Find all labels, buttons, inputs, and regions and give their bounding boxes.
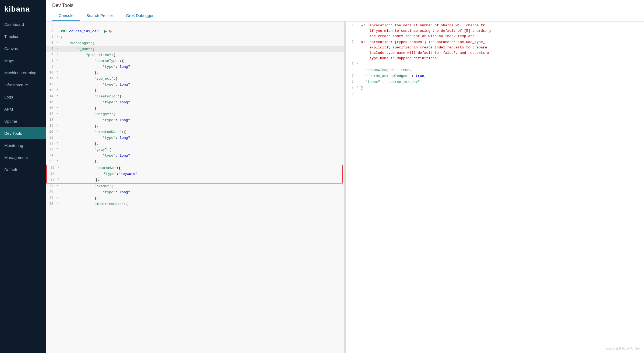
code-content: }, [60, 196, 344, 201]
code-content: PUT course_idx_dev▶⚙ [60, 29, 344, 34]
left-code-line-19: 19▾ }, [46, 123, 344, 129]
topbar: Dev Tools ConsoleSearch ProfilerGrok Deb… [46, 0, 644, 22]
fold-arrow-icon[interactable]: ▾ [56, 88, 60, 91]
fold-arrow-icon[interactable]: ▾ [56, 52, 60, 56]
line-number: 8 [46, 58, 56, 63]
code-content: }, [60, 159, 344, 164]
run-button[interactable]: ▶ [104, 29, 107, 34]
settings-button[interactable]: ⚙ [109, 29, 112, 34]
fold-arrow-icon[interactable]: ▾ [58, 177, 61, 181]
fold-arrow-icon[interactable]: ▾ [56, 41, 60, 44]
line-number: 10 [46, 70, 56, 75]
right-code-block: 1 #! Deprecation: the default number of … [346, 22, 644, 97]
fold-arrow-icon[interactable]: ▾ [357, 62, 360, 67]
code-content: "type":"keyword" [61, 171, 342, 177]
code-content: "index" : "course_idx_dev" [360, 79, 644, 85]
right-code-line-7: 7▾} [346, 85, 644, 91]
code-content: "shards_acknowledged" : true, [360, 73, 644, 79]
code-content: "modifiedDate":{ [60, 202, 344, 207]
sidebar-item-default[interactable]: Default [0, 164, 46, 176]
left-code-line-3: 3 PUT course_idx_dev▶⚙ [46, 29, 344, 34]
line-number: 29 [46, 184, 56, 188]
fold-arrow-icon[interactable]: ▾ [56, 106, 60, 109]
left-code-line-22: 22▾ }, [46, 141, 344, 147]
fold-arrow-icon[interactable]: ▾ [357, 85, 360, 91]
line-number: 1 [346, 23, 357, 39]
sidebar-item-monitoring[interactable]: Monitoring [0, 139, 46, 151]
sidebar-item-apm[interactable]: APM [0, 103, 46, 115]
line-number: 12 [46, 82, 56, 86]
left-code-line-5: 5▾ "mappings":{ [46, 40, 344, 46]
line-number: 22 [46, 141, 56, 146]
panel-divider[interactable]: ⋮ [344, 22, 346, 353]
sidebar-item-infrastructure[interactable]: Infrastructure [0, 79, 46, 91]
sidebar-item-canvas[interactable]: Canvas [0, 43, 46, 55]
line-number: 26 [47, 165, 58, 170]
comment-content: #! Deprecation: [types removal] The para… [360, 40, 644, 61]
tab-search-profiler[interactable]: Search Profiler [80, 10, 119, 21]
line-number: 17 [46, 112, 56, 116]
fold-arrow-icon[interactable]: ▾ [56, 94, 60, 97]
left-editor-panel[interactable]: 2 3 PUT course_idx_dev▶⚙4▾{5▾ "mappings"… [46, 22, 344, 353]
line-number: 5 [46, 41, 56, 45]
fold-arrow-icon[interactable]: ▾ [56, 123, 60, 127]
sidebar-item-management[interactable]: Management [0, 151, 46, 164]
fold-arrow-icon[interactable]: ▾ [56, 70, 60, 73]
sidebar-item-dashboard[interactable]: Dashboard [0, 18, 46, 30]
line-number: 19 [46, 123, 56, 128]
line-number: 30 [46, 190, 56, 194]
fold-arrow-icon [357, 23, 360, 39]
right-output-panel[interactable]: 1 #! Deprecation: the default number of … [346, 22, 644, 353]
left-code-line-13: 13▾ }, [46, 88, 344, 94]
code-content: "weight":{ [60, 112, 344, 117]
code-content: }, [60, 88, 344, 93]
fold-arrow-icon[interactable]: ▾ [58, 165, 61, 169]
fold-arrow-icon[interactable]: ▾ [56, 47, 60, 50]
line-number: 24 [46, 153, 56, 157]
fold-arrow-icon[interactable]: ▾ [56, 196, 60, 199]
line-number: 32 [46, 202, 56, 206]
left-code-line-31: 31▾ }, [46, 195, 344, 201]
tab-grok-debugger[interactable]: Grok Debugger [119, 10, 160, 21]
code-content: { [360, 62, 644, 67]
fold-arrow-icon[interactable]: ▾ [56, 147, 60, 150]
code-content: "properties":{ [60, 52, 344, 58]
fold-arrow-icon[interactable]: ▾ [56, 35, 60, 38]
code-content: "mappings":{ [60, 41, 344, 46]
left-code-line-2: 2 [46, 23, 344, 29]
left-code-line-32: 32▾ "modifiedDate":{ [46, 201, 344, 207]
fold-arrow-icon[interactable]: ▾ [56, 129, 60, 133]
fold-arrow-icon[interactable]: ▾ [56, 159, 60, 162]
sidebar: kibana DashboardTimelionCanvasMapsMachin… [0, 0, 46, 353]
left-code-line-20: 20▾ "createdDate":{ [46, 129, 344, 135]
code-content: "type":"long" [60, 100, 344, 105]
sidebar-item-machine-learning[interactable]: Machine Learning [0, 67, 46, 79]
fold-arrow-icon[interactable]: ▾ [56, 58, 60, 62]
sidebar-item-maps[interactable]: Maps [0, 55, 46, 67]
fold-arrow-icon[interactable]: ▾ [56, 184, 60, 187]
right-code-line-3: 3▾{ [346, 61, 644, 67]
code-content: "type":"long" [60, 118, 344, 123]
app-logo: kibana [0, 0, 46, 18]
left-code-line-11: 11▾ "subject":{ [46, 76, 344, 82]
line-number: 6 [346, 79, 357, 85]
fold-arrow-icon[interactable]: ▾ [56, 76, 60, 79]
sidebar-item-dev-tools[interactable]: Dev Tools [0, 127, 46, 139]
line-number: 5 [346, 73, 357, 79]
line-number: 25 [46, 159, 56, 163]
sidebar-item-timelion[interactable]: Timelion [0, 30, 46, 43]
fold-arrow-icon [357, 73, 360, 79]
tab-console[interactable]: Console [52, 10, 80, 21]
fold-arrow-icon[interactable]: ▾ [56, 112, 60, 115]
left-code-block: 2 3 PUT course_idx_dev▶⚙4▾{5▾ "mappings"… [46, 22, 344, 207]
code-content: "createdDate":{ [60, 129, 344, 135]
right-empty-line-8: 8 [346, 91, 644, 97]
code-content: "subject":{ [60, 76, 344, 82]
sidebar-item-logs[interactable]: Logs [0, 91, 46, 103]
fold-arrow-icon [357, 40, 360, 61]
fold-arrow-icon[interactable]: ▾ [56, 141, 60, 144]
left-code-line-25: 25▾ }, [46, 159, 344, 165]
sidebar-item-uptime[interactable]: Uptime [0, 115, 46, 127]
right-comment-line-2: 2 #! Deprecation: [types removal] The pa… [346, 39, 644, 61]
fold-arrow-icon[interactable]: ▾ [56, 202, 60, 205]
